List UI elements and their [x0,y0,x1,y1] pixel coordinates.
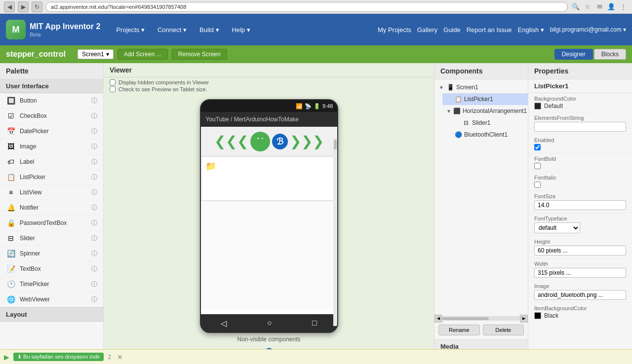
phone-lower-area [201,201,337,309]
comp-bluetooth-client1[interactable]: 🔵 BluetoothClient1 [442,129,528,141]
search-icon[interactable]: 🔍 [571,2,581,12]
palette-spinner[interactable]: 🔄 Spinner ⓘ [0,246,103,261]
fontitalic-checkbox[interactable] [534,182,541,188]
checkbox-info[interactable]: ⓘ [91,112,97,120]
slider-info[interactable]: ⓘ [91,234,97,243]
menu-icon[interactable]: ⋮ [618,2,628,12]
url-bar[interactable]: ai2.appinventor.mit.edu/?locale=en#64983… [45,2,568,12]
language-selector[interactable]: English ▾ [518,26,544,34]
back-nav-button[interactable]: ◁ [221,319,227,328]
timepicker-info[interactable]: ⓘ [91,280,97,289]
notifier-info[interactable]: ⓘ [91,204,97,212]
scroll-thumb[interactable] [442,317,489,320]
phone-content-area[interactable]: 📁 [201,156,337,201]
palette-webviewer[interactable]: 🌐 WebViewer ⓘ [0,292,103,307]
label-info[interactable]: ⓘ [91,158,97,166]
home-nav-button[interactable]: ○ [267,319,272,328]
add-screen-button[interactable]: Add Screen ... [118,49,168,60]
datepicker-info[interactable]: ⓘ [91,127,97,136]
phone-scrollbar-track[interactable] [333,139,337,326]
listview-info[interactable]: ⓘ [91,188,97,197]
svg-rect-7 [261,146,262,148]
notif-close-button[interactable]: ✕ [117,353,123,361]
comp-listpicker1[interactable]: 📋 ListPicker1 [442,93,528,105]
guide-link[interactable]: Guide [443,26,461,34]
properties-panel: Properties ListPicker1 BackgroundColor D… [528,63,632,364]
user-interface-section[interactable]: User Interface [0,79,103,93]
palette-textbox[interactable]: 📝 TextBox ⓘ [0,261,103,277]
height-input[interactable] [534,246,626,255]
palette-checkbox[interactable]: ☑ CheckBox ⓘ [0,109,103,124]
prop-fontbold: FontBold [528,153,632,172]
palette-notifier[interactable]: 🔔 Notifier ⓘ [0,200,103,216]
expand-ha1-icon[interactable]: ▼ [446,108,451,114]
gallery-link[interactable]: Gallery [417,26,437,34]
palette-listpicker[interactable]: 📋 ListPicker ⓘ [0,170,103,185]
elements-from-string-input[interactable] [534,122,626,132]
expand-screen1-icon[interactable]: ▼ [438,84,444,90]
nav-connect[interactable]: Connect ▾ [152,23,193,36]
svg-point-2 [257,138,259,139]
forward-button[interactable]: ▶ [18,1,29,12]
tablet-preview-option[interactable]: Check to see Preview on Tablet size. [110,86,428,92]
palette-datepicker[interactable]: 📅 DatePicker ⓘ [0,124,103,139]
slider1-icon: ⊟ [462,119,470,127]
listpicker-info[interactable]: ⓘ [91,173,97,182]
bgcolor-swatch[interactable] [534,103,541,109]
palette-image[interactable]: 🖼 Image ⓘ [0,139,103,154]
comp-slider1[interactable]: ⊟ Slider1 [450,117,528,129]
blocks-button[interactable]: Blocks [594,49,626,60]
mail-icon[interactable]: ✉ [594,2,604,12]
delete-button[interactable]: Delete [483,325,524,335]
phone-status-bar: 📶 📡 🔋 9:48 [201,100,337,112]
hidden-components-option[interactable]: Display hidden components in Viewer [110,79,428,85]
back-button[interactable]: ◀ [4,1,15,12]
svg-point-3 [261,138,263,139]
recents-nav-button[interactable]: □ [312,319,317,328]
nav-help[interactable]: Help ▾ [226,23,256,36]
screen-selector[interactable]: Screen1 ▾ [78,49,114,59]
comp-screen1[interactable]: ▼ 📱 Screen1 [434,81,528,93]
button-icon: 🔲 [6,96,16,106]
button-info[interactable]: ⓘ [91,97,97,105]
nav-build[interactable]: Build ▾ [194,23,225,36]
palette-button[interactable]: 🔲 Button ⓘ [0,93,103,109]
remove-screen-button[interactable]: Remove Screen [172,49,227,60]
user-email[interactable]: bilgi.programci@gmail.com ▾ [550,26,626,33]
image-input[interactable] [534,290,626,300]
textbox-info[interactable]: ⓘ [91,265,97,273]
phone-screen[interactable]: ❮❮❮ [201,127,337,314]
designer-button[interactable]: Designer [554,49,593,60]
layout-section[interactable]: Layout [0,307,103,322]
fontsize-input[interactable] [534,200,626,210]
palette-label[interactable]: 🏷 Label ⓘ [0,154,103,170]
datepicker-icon: 📅 [6,126,16,136]
image-info[interactable]: ⓘ [91,143,97,151]
bookmark-icon[interactable]: ☆ [583,2,592,12]
fonttypeface-select[interactable]: default serif sans serif monospace [534,222,580,233]
webviewer-info[interactable]: ⓘ [91,295,97,304]
profile-icon[interactable]: 👤 [606,2,616,12]
width-input[interactable] [534,268,626,278]
palette-listview[interactable]: ≡ ListView ⓘ [0,185,103,200]
comp-horizontal-arrangement1[interactable]: ▼ ⬛ HorizontalArrangement1 [442,105,528,117]
textbox-icon: 📝 [6,264,16,274]
palette-passwordtextbox[interactable]: 🔒 PasswordTextBox ⓘ [0,216,103,231]
item-bgcolor-swatch[interactable] [534,312,541,319]
nav-projects[interactable]: Projects ▾ [110,23,151,36]
report-issue-link[interactable]: Report an Issue [467,26,512,34]
palette-slider[interactable]: ⊟ Slider ⓘ [0,231,103,246]
passwordtextbox-info[interactable]: ⓘ [91,219,97,227]
enabled-checkbox[interactable] [534,144,541,150]
hidden-components-checkbox[interactable] [110,79,116,85]
tablet-preview-checkbox[interactable] [110,86,116,92]
my-projects-link[interactable]: My Projects [378,26,411,34]
palette-timepicker[interactable]: 🕐 TimePicker ⓘ [0,277,103,292]
refresh-button[interactable]: ↻ [32,1,42,12]
spinner-info[interactable]: ⓘ [91,250,97,258]
label-icon: 🏷 [6,157,16,167]
fontbold-checkbox[interactable] [534,163,541,169]
phone-scrollbar-thumb[interactable] [334,140,337,149]
notif-action-button[interactable]: ⬇ Bu sayfadan ses dosyasını indir [13,353,104,361]
rename-button[interactable]: Rename [438,325,480,335]
